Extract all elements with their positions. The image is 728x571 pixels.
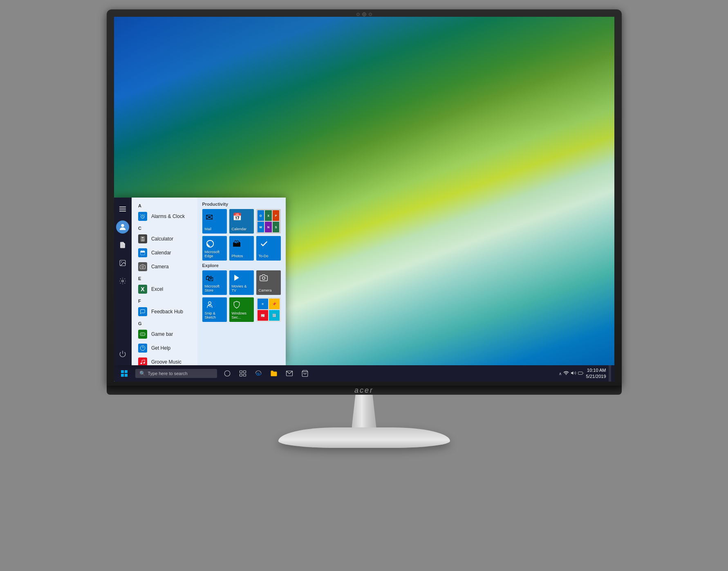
sidebar-hamburger[interactable] bbox=[114, 201, 131, 217]
section-header-e: E bbox=[132, 274, 197, 282]
winsec-tile-icon bbox=[233, 301, 241, 311]
section-header-f: F bbox=[132, 296, 197, 305]
hamburger-icon bbox=[119, 207, 126, 211]
app-item-calendar[interactable]: Calendar bbox=[132, 246, 197, 260]
svg-point-27 bbox=[143, 362, 145, 364]
section-header-a: A bbox=[132, 201, 197, 209]
webcam-dot-right bbox=[369, 13, 372, 16]
sidebar-avatar[interactable] bbox=[114, 219, 131, 235]
groove-music-icon bbox=[138, 357, 147, 365]
svg-rect-10 bbox=[143, 239, 144, 240]
monitor: A Alarms & Clock C Calculator bbox=[99, 9, 630, 562]
photos-tile[interactable]: 🏔 Photos bbox=[229, 236, 254, 261]
movies-tile-icon bbox=[233, 274, 241, 284]
excel-icon: X bbox=[138, 285, 147, 294]
webcam-lens bbox=[362, 12, 366, 16]
svg-rect-8 bbox=[141, 239, 142, 240]
movies-tile[interactable]: Movies & TV bbox=[229, 270, 254, 295]
office-grid: O X P W N S bbox=[258, 210, 280, 232]
camera-tile-label: Camera bbox=[259, 288, 272, 292]
game-bar-label: Game bar bbox=[151, 331, 173, 337]
clock-display[interactable]: 10:10 AM 5/21/2019 bbox=[586, 367, 606, 380]
edge-tile-label: Microsoft Edge bbox=[205, 250, 224, 258]
edge-tile[interactable]: Microsoft Edge bbox=[202, 236, 227, 261]
photos-tile-icon: 🏔 bbox=[233, 239, 241, 249]
sidebar-settings[interactable] bbox=[114, 273, 131, 289]
file-explorer-button[interactable] bbox=[268, 367, 280, 380]
sys-tray-icons[interactable]: ∧ bbox=[559, 370, 584, 377]
explore-header: Explore bbox=[202, 263, 281, 268]
monitor-stand-base bbox=[278, 427, 450, 448]
mail-tile-label: Mail bbox=[205, 227, 212, 231]
task-view-button[interactable] bbox=[237, 367, 249, 380]
calendar-tile-label: Calendar bbox=[232, 227, 247, 231]
svg-line-32 bbox=[208, 306, 211, 307]
monitor-bezel: A Alarms & Clock C Calculator bbox=[107, 9, 622, 386]
current-time: 10:10 AM bbox=[586, 367, 606, 373]
cortana-button[interactable] bbox=[221, 367, 233, 380]
game-bar-icon bbox=[138, 330, 147, 339]
movies-tile-label: Movies & TV bbox=[232, 284, 251, 292]
svg-marker-40 bbox=[571, 371, 573, 375]
svg-point-23 bbox=[144, 334, 144, 335]
sidebar-documents[interactable] bbox=[114, 237, 131, 253]
snip-tile[interactable]: Snip & Sketch bbox=[202, 297, 227, 322]
start-tiles: Productivity ✉ Mail 📅 Calendar bbox=[197, 198, 286, 365]
snip-tile-icon bbox=[206, 301, 214, 311]
app-item-feedback[interactable]: Feedback Hub bbox=[132, 305, 197, 319]
monitor-brand: acer bbox=[354, 386, 374, 395]
svg-point-31 bbox=[208, 302, 211, 305]
svg-rect-36 bbox=[240, 374, 242, 376]
app-item-gethelp[interactable]: Get Help bbox=[132, 341, 197, 355]
monitor-stand-neck bbox=[352, 395, 376, 427]
edge-tile-icon bbox=[206, 239, 215, 250]
start-button[interactable] bbox=[114, 365, 134, 382]
feedback-hub-icon bbox=[138, 307, 147, 316]
mail-taskbar-button[interactable] bbox=[283, 367, 296, 380]
volume-icon[interactable] bbox=[571, 370, 576, 377]
svg-rect-12 bbox=[142, 240, 143, 241]
camera-tile[interactable]: Camera bbox=[256, 270, 281, 295]
svg-rect-19 bbox=[140, 333, 145, 336]
small-tiles-group[interactable]: ☀ 📌 📰 🔢 bbox=[256, 297, 281, 322]
chevron-up-icon[interactable]: ∧ bbox=[559, 371, 562, 376]
svg-point-26 bbox=[141, 363, 142, 364]
winsec-tile[interactable]: Windows Sec... bbox=[229, 297, 254, 322]
svg-rect-7 bbox=[141, 237, 144, 238]
tiles-row-4: Snip & Sketch Windows Sec... ☀ bbox=[202, 297, 281, 322]
svg-rect-41 bbox=[578, 372, 582, 374]
sidebar-pictures[interactable] bbox=[114, 255, 131, 271]
svg-rect-15 bbox=[141, 251, 145, 252]
network-icon bbox=[563, 370, 569, 377]
todo-tile[interactable]: To-Do bbox=[256, 236, 281, 261]
show-desktop-button[interactable] bbox=[609, 365, 611, 382]
app-item-alarms[interactable]: Alarms & Clock bbox=[132, 209, 197, 223]
taskbar-icons bbox=[221, 367, 311, 380]
svg-point-24 bbox=[140, 346, 145, 351]
svg-rect-11 bbox=[141, 240, 142, 241]
svg-rect-9 bbox=[142, 239, 143, 240]
groove-music-label: Groove Music bbox=[151, 359, 181, 365]
start-sidebar bbox=[114, 198, 132, 365]
mail-tile[interactable]: ✉ Mail bbox=[202, 209, 227, 234]
search-bar[interactable]: 🔍 Type here to search bbox=[135, 369, 217, 378]
webcam-dot-left bbox=[356, 13, 360, 16]
app-item-excel[interactable]: X Excel bbox=[132, 282, 197, 296]
snip-tile-label: Snip & Sketch bbox=[205, 311, 224, 319]
app-item-gamebar[interactable]: Game bar bbox=[132, 327, 197, 341]
store-tile[interactable]: 🛍 Microsoft Store bbox=[202, 270, 227, 295]
edge-taskbar-button[interactable] bbox=[252, 367, 264, 380]
taskbar: 🔍 Type here to search bbox=[114, 365, 614, 382]
sidebar-power[interactable] bbox=[114, 346, 131, 362]
windows-logo-icon bbox=[121, 370, 128, 377]
camera-app-label: Camera bbox=[151, 264, 169, 270]
start-menu: A Alarms & Clock C Calculator bbox=[114, 198, 286, 365]
app-item-camera[interactable]: Camera bbox=[132, 260, 197, 274]
store-taskbar-button[interactable] bbox=[299, 367, 311, 380]
office-tile[interactable]: O X P W N S bbox=[256, 209, 281, 234]
app-item-groove[interactable]: Groove Music bbox=[132, 355, 197, 365]
calendar-tile[interactable]: 📅 Calendar bbox=[229, 209, 254, 234]
section-header-g: G bbox=[132, 319, 197, 327]
app-item-calculator[interactable]: Calculator bbox=[132, 232, 197, 246]
section-header-c: C bbox=[132, 223, 197, 232]
